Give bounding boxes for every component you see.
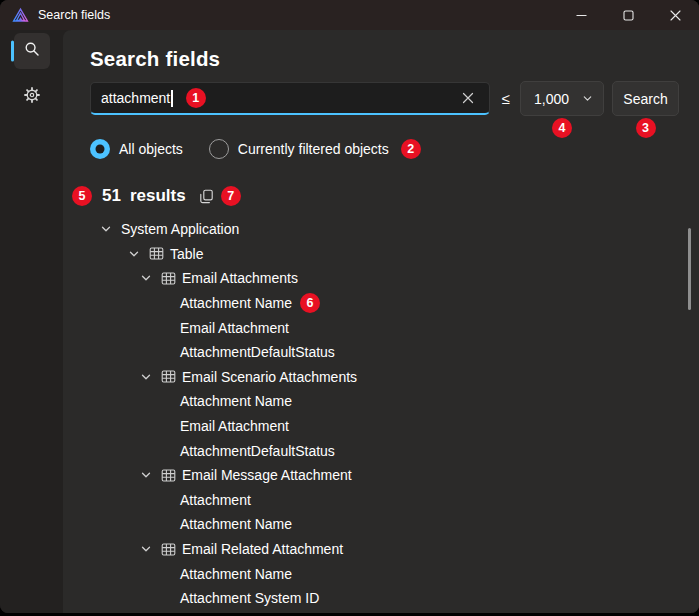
active-indicator <box>11 41 14 62</box>
radio-currently-filtered[interactable]: Currently filtered objects <box>209 139 389 159</box>
tree-node-label: Attachment Name <box>180 566 292 582</box>
tree-row[interactable]: Table <box>63 242 699 267</box>
annotation-badge-3: 3 <box>636 118 656 138</box>
chevron-down-icon[interactable] <box>128 248 140 260</box>
tree-node-label: Email Scenario Attachments <box>182 369 357 385</box>
close-icon[interactable] <box>652 0 699 30</box>
tree-node-label: Email Attachment <box>180 320 289 336</box>
radio-checked-icon <box>90 139 110 159</box>
tree-row[interactable]: Email Attachment <box>63 414 699 439</box>
tree-row[interactable]: Email Attachment <box>63 315 699 340</box>
object-filter-group: All objects Currently filtered objects 2 <box>90 138 699 160</box>
results-tree: System ApplicationTableEmail Attachments… <box>63 217 699 611</box>
page-title: Search fields <box>90 46 699 72</box>
chevron-down-icon <box>582 91 593 107</box>
titlebar: Search fields <box>0 0 699 30</box>
limit-dropdown[interactable]: 1,000 4 <box>520 81 604 116</box>
table-icon <box>149 246 164 261</box>
table-icon <box>161 542 176 557</box>
tree-row[interactable]: Email Related Attachment <box>63 537 699 562</box>
app-window: Search fields <box>0 0 699 613</box>
search-icon <box>24 41 40 61</box>
results-summary: 5 51 results 7 <box>63 184 699 208</box>
gear-icon <box>23 86 41 108</box>
window-title: Search fields <box>38 8 110 22</box>
sidebar-item-settings[interactable] <box>14 79 50 115</box>
radio-label-currently-filtered: Currently filtered objects <box>238 141 389 157</box>
search-input[interactable]: attachment 1 <box>90 82 490 115</box>
tree-row[interactable]: Email Attachments <box>63 266 699 291</box>
annotation-badge-2: 2 <box>401 139 421 159</box>
chevron-down-icon[interactable] <box>140 469 152 481</box>
window-body: Search fields attachment 1 ≤ 1,000 4 <box>0 30 699 613</box>
tree-row[interactable]: AttachmentDefaultStatus <box>63 438 699 463</box>
app-logo-icon <box>12 7 29 24</box>
tree-node-label: Attachment System ID <box>180 590 319 606</box>
sidebar <box>0 30 63 613</box>
tree-row[interactable]: AttachmentDefaultStatus <box>63 340 699 365</box>
tree-row[interactable]: Attachment Name6 <box>63 291 699 316</box>
tree-row[interactable]: Email Message Attachment <box>63 463 699 488</box>
results-label: results <box>130 186 186 206</box>
tree-row[interactable]: System Application <box>63 217 699 242</box>
table-icon <box>161 468 176 483</box>
tree-node-label: System Application <box>121 221 239 237</box>
annotation-badge-5: 5 <box>72 186 92 206</box>
tree-node-label: Email Attachment <box>180 418 289 434</box>
chevron-down-icon[interactable] <box>140 272 152 284</box>
tree-row[interactable]: Attachment Name <box>63 512 699 537</box>
tree-node-label: Attachment <box>180 492 251 508</box>
annotation-badge-7: 7 <box>221 186 241 206</box>
text-cursor <box>171 90 173 107</box>
tree-row[interactable]: Email Scenario Attachments <box>63 365 699 390</box>
chevron-down-icon[interactable] <box>140 371 152 383</box>
tree-node-label: AttachmentDefaultStatus <box>180 443 335 459</box>
sidebar-item-search[interactable] <box>14 33 50 69</box>
tree-row[interactable]: Attachment Name <box>63 561 699 586</box>
radio-all-objects[interactable]: All objects <box>90 139 183 159</box>
annotation-badge-6: 6 <box>300 293 320 313</box>
search-input-value: attachment <box>101 90 170 106</box>
copy-icon[interactable] <box>197 186 217 206</box>
tree-node-label: Email Message Attachment <box>182 467 352 483</box>
tree-row[interactable]: Attachment System ID <box>63 586 699 611</box>
tree-row[interactable]: Attachment Name <box>63 389 699 414</box>
tree-node-label: Table <box>170 246 203 262</box>
search-button[interactable]: Search 3 <box>612 81 679 116</box>
results-count: 51 <box>102 186 121 206</box>
limit-value: 1,000 <box>534 91 569 107</box>
radio-label-all-objects: All objects <box>119 141 183 157</box>
search-row: attachment 1 ≤ 1,000 4 Search <box>90 81 699 116</box>
tree-node-label: AttachmentDefaultStatus <box>180 344 335 360</box>
table-icon <box>161 369 176 384</box>
search-button-label: Search <box>623 91 667 107</box>
window-controls <box>558 0 699 30</box>
annotation-badge-4: 4 <box>552 118 572 138</box>
tree-row[interactable]: Attachment <box>63 488 699 513</box>
tree-node-label: Email Attachments <box>182 270 298 286</box>
tree-node-label: Email Related Attachment <box>182 541 343 557</box>
table-icon <box>161 271 176 286</box>
tree-node-label: Attachment Name <box>180 393 292 409</box>
radio-unchecked-icon <box>209 139 229 159</box>
chevron-down-icon[interactable] <box>100 223 112 235</box>
tree-node-label: Attachment Name <box>180 516 292 532</box>
maximize-icon[interactable] <box>605 0 652 30</box>
scrollbar-thumb[interactable] <box>688 228 691 310</box>
chevron-down-icon[interactable] <box>140 543 152 555</box>
minimize-icon[interactable] <box>558 0 605 30</box>
main-panel: Search fields attachment 1 ≤ 1,000 4 <box>63 30 699 613</box>
clear-icon[interactable] <box>457 87 479 109</box>
less-equal-symbol: ≤ <box>499 90 512 107</box>
annotation-badge-1: 1 <box>186 88 206 108</box>
tree-node-label: Attachment Name <box>180 295 292 311</box>
